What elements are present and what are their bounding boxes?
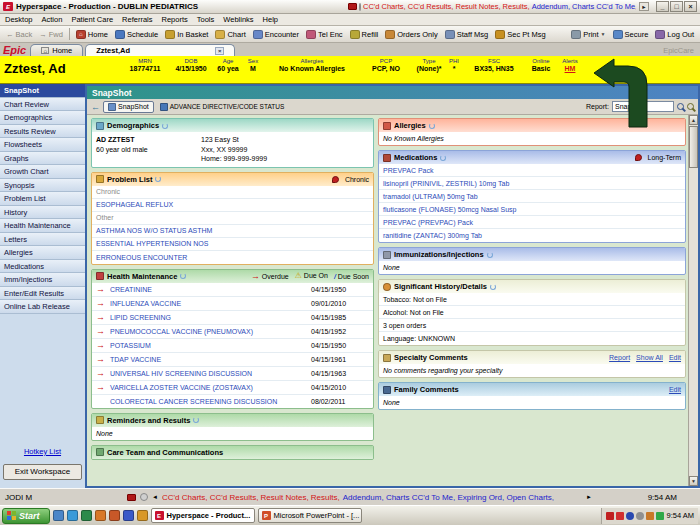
sidebar-item-chart-review[interactable]: Chart Review bbox=[0, 98, 85, 112]
menu-desktop[interactable]: Desktop bbox=[5, 15, 33, 24]
secure-button[interactable]: Secure bbox=[610, 29, 652, 40]
hm-item-link[interactable]: VARICELLA ZOSTER VACCINE (ZOSTAVAX) bbox=[110, 383, 311, 392]
sidebar-item-imm-injections[interactable]: Imm/Injections bbox=[0, 273, 85, 287]
sidebar-item-snapshot[interactable]: SnapShot bbox=[0, 84, 85, 98]
refresh-icon[interactable] bbox=[490, 284, 496, 290]
edit-link[interactable]: Edit bbox=[669, 386, 681, 393]
fwd-button[interactable]: → Fwd bbox=[36, 29, 66, 40]
refresh-icon[interactable] bbox=[193, 417, 199, 423]
sec-pt-msg-button[interactable]: Sec Pt Msg bbox=[492, 29, 548, 40]
quick-launch-icon-4[interactable] bbox=[95, 510, 106, 521]
tray-icon-6[interactable] bbox=[656, 512, 664, 520]
minimize-button[interactable]: _ bbox=[656, 1, 669, 12]
hm-alert-link[interactable]: HM bbox=[556, 65, 584, 72]
taskbar-item-powerpoint[interactable]: P Microsoft PowerPoint - [... bbox=[258, 508, 362, 523]
sidebar-item-history[interactable]: History bbox=[0, 206, 85, 220]
orders-only-button[interactable]: Orders Only bbox=[382, 29, 440, 40]
tray-icon-4[interactable] bbox=[636, 512, 644, 520]
hm-item-link[interactable]: LIPID SCREENING bbox=[110, 313, 311, 322]
problem-link[interactable]: ESSENTIAL HYPERTENSION NOS bbox=[92, 238, 373, 251]
report-link[interactable]: Report bbox=[609, 354, 630, 361]
sidebar-item-graphs[interactable]: Graphs bbox=[0, 152, 85, 166]
tab-patient[interactable]: Zztest,Ad × bbox=[85, 44, 235, 56]
home-button[interactable]: ⌂ Home bbox=[73, 29, 111, 40]
quick-launch-icon-6[interactable] bbox=[123, 510, 134, 521]
snapshot-report-button[interactable]: SnapShot bbox=[103, 101, 154, 113]
hm-item-link[interactable]: PNEUMOCOCCAL VACCINE (PNEUMOVAX) bbox=[110, 327, 311, 336]
sidebar-item-growth-chart[interactable]: Growth Chart bbox=[0, 165, 85, 179]
hm-item-link[interactable]: INFLUENZA VACCINE bbox=[110, 299, 311, 308]
in-basket-button[interactable]: In Basket bbox=[162, 29, 211, 40]
hm-item-link[interactable]: TDAP VACCINE bbox=[110, 355, 311, 364]
sidebar-item-allergies[interactable]: Allergies bbox=[0, 246, 85, 260]
report-input[interactable]: SnapShot bbox=[612, 101, 674, 112]
refresh-icon[interactable] bbox=[155, 176, 161, 182]
hm-item-link[interactable]: POTASSIUM bbox=[110, 341, 311, 350]
menu-patient-care[interactable]: Patient Care bbox=[71, 15, 113, 24]
start-button[interactable]: Start bbox=[2, 508, 50, 524]
chronic-filter-button[interactable]: Chronic bbox=[332, 176, 369, 183]
taskbar-item-hyperspace[interactable]: E Hyperspace - Product... bbox=[151, 508, 255, 523]
exit-workspace-button[interactable]: Exit Workspace bbox=[3, 464, 82, 480]
hm-item-link[interactable]: CREATININE bbox=[110, 285, 311, 294]
schedule-button[interactable]: Schedule bbox=[112, 29, 161, 40]
scroll-up-icon[interactable]: ▲ bbox=[689, 115, 698, 125]
problem-link[interactable]: ASTHMA NOS W/O STATUS ASTHM bbox=[92, 225, 373, 238]
hm-item-link[interactable]: UNIVERSAL HIV SCREENING DISCUSSION bbox=[110, 369, 311, 378]
tab-close-icon[interactable]: × bbox=[215, 47, 224, 55]
refresh-icon[interactable] bbox=[487, 252, 493, 258]
sidebar-item-letters[interactable]: Letters bbox=[0, 233, 85, 247]
ticker-next-button[interactable]: ► bbox=[639, 2, 649, 11]
log-out-button[interactable]: Log Out bbox=[652, 29, 697, 40]
back-button[interactable]: ← Back bbox=[3, 29, 35, 40]
sidebar-item-synopsis[interactable]: Synopsis bbox=[0, 179, 85, 193]
quick-launch-icon-7[interactable] bbox=[137, 510, 148, 521]
medication-link[interactable]: lisinopril (PRINIVIL, ZESTRIL) 10mg Tab bbox=[379, 177, 685, 190]
menu-reports[interactable]: Reports bbox=[162, 15, 188, 24]
sidebar-item-demographics[interactable]: Demographics bbox=[0, 111, 85, 125]
medication-link[interactable]: PREVPAC (PREVPAC) Pack bbox=[379, 216, 685, 229]
sidebar-item-online-lab-release[interactable]: Online Lab Release bbox=[0, 300, 85, 314]
sidebar-item-flowsheets[interactable]: Flowsheets bbox=[0, 138, 85, 152]
quick-launch-icon-5[interactable] bbox=[109, 510, 120, 521]
tray-icon-5[interactable] bbox=[646, 512, 654, 520]
print-button[interactable]: Print ▼ bbox=[568, 29, 608, 40]
long-term-filter-button[interactable]: Long-Term bbox=[635, 154, 681, 161]
edit-link[interactable]: Edit bbox=[669, 354, 681, 361]
problem-link[interactable]: ERRONEOUS ENCOUNTER bbox=[92, 251, 373, 264]
refill-button[interactable]: Refill bbox=[347, 29, 382, 40]
activity-back-icon[interactable]: ← bbox=[91, 102, 100, 112]
staff-msg-button[interactable]: Staff Msg bbox=[442, 29, 492, 40]
hotkey-list-link[interactable]: Hotkey List bbox=[0, 447, 85, 456]
advance-directive-button[interactable]: ADVANCE DIRECTIVE/CODE STATUS bbox=[157, 101, 288, 113]
ticker-prev-icon[interactable]: ◄ bbox=[152, 494, 158, 500]
scroll-down-icon[interactable]: ▼ bbox=[689, 476, 698, 486]
sidebar-item-results-review[interactable]: Results Review bbox=[0, 125, 85, 139]
show-all-link[interactable]: Show All bbox=[636, 354, 663, 361]
restore-button[interactable]: □ bbox=[670, 1, 683, 12]
tray-icon-2[interactable] bbox=[616, 512, 624, 520]
medication-link[interactable]: PREVPAC Pack bbox=[379, 164, 685, 177]
encounter-button[interactable]: Encounter bbox=[250, 29, 302, 40]
hm-item-link[interactable]: COLORECTAL CANCER SCREENING DISCUSSION bbox=[110, 397, 311, 406]
menu-action[interactable]: Action bbox=[42, 15, 63, 24]
quick-launch-icon-2[interactable] bbox=[67, 510, 78, 521]
medication-link[interactable]: tramadol (ULTRAM) 50mg Tab bbox=[379, 190, 685, 203]
search-icon[interactable] bbox=[677, 103, 684, 110]
refresh-icon[interactable] bbox=[162, 123, 168, 129]
refresh-icon[interactable] bbox=[429, 123, 435, 129]
refresh-icon[interactable] bbox=[440, 155, 446, 161]
tray-icon-1[interactable] bbox=[606, 512, 614, 520]
sidebar-item-health-maintenance[interactable]: Health Maintenance bbox=[0, 219, 85, 233]
menu-help[interactable]: Help bbox=[263, 15, 278, 24]
sidebar-item-problem-list[interactable]: Problem List bbox=[0, 192, 85, 206]
medication-link[interactable]: fluticasone (FLONASE) 50mcg Nasal Susp bbox=[379, 203, 685, 216]
menu-referrals[interactable]: Referrals bbox=[122, 15, 152, 24]
scrollbar-thumb[interactable] bbox=[689, 126, 698, 168]
menu-weblinks[interactable]: Weblinks bbox=[223, 15, 253, 24]
refresh-icon[interactable] bbox=[180, 273, 186, 279]
search-options-icon[interactable] bbox=[687, 103, 694, 110]
problem-link[interactable]: ESOPHAGEAL REFLUX bbox=[92, 199, 373, 212]
sidebar-item-enter-edit-results[interactable]: Enter/Edit Results bbox=[0, 287, 85, 301]
tab-home[interactable]: ⌂ Home bbox=[30, 44, 83, 56]
